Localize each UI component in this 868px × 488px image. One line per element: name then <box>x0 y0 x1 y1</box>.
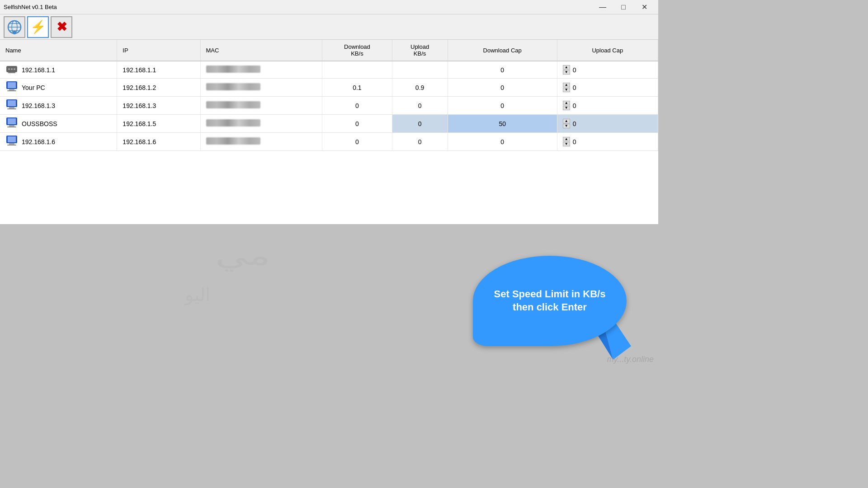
svg-rect-16 <box>8 100 16 106</box>
svg-rect-17 <box>9 107 14 108</box>
spin-up-button[interactable]: ▲ <box>563 137 570 141</box>
spin-buttons: ▲▼ <box>563 65 570 75</box>
device-name-cell: Your PC <box>0 79 117 97</box>
stop-button[interactable]: ✖ <box>51 16 72 38</box>
table-row[interactable]: 192.168.1.1192.168.1.10▲▼0 <box>0 61 658 79</box>
svg-point-5 <box>13 31 16 34</box>
spin-buttons: ▲▼ <box>563 101 570 110</box>
attack-button[interactable]: ⚡ <box>27 16 49 38</box>
svg-point-9 <box>14 68 15 70</box>
mac-blurred <box>206 83 260 90</box>
upload-cap-cell[interactable]: ▲▼0 <box>557 115 658 133</box>
download-kbs-cell: 0.1 <box>322 79 392 97</box>
upload-cap-cell[interactable]: ▲▼0 <box>557 61 658 79</box>
download-cap-cell[interactable]: 50 <box>448 115 557 133</box>
download-cap-cell[interactable]: 0 <box>448 79 557 97</box>
download-cap-cell[interactable]: 0 <box>448 61 557 79</box>
upload-cap-spinbox: ▲▼0 <box>563 83 652 92</box>
svg-rect-21 <box>9 125 14 127</box>
spin-buttons: ▲▼ <box>563 83 570 92</box>
col-upload-kbs: UploadKB/s <box>392 40 448 61</box>
device-table-container[interactable]: Name IP MAC DownloadKB/s UploadKB/s Down… <box>0 40 658 224</box>
upload-cap-value: 0 <box>573 102 586 109</box>
col-mac: MAC <box>200 40 322 61</box>
site-watermark-text: my...ty.online <box>607 355 654 364</box>
upload-cap-spinbox: ▲▼0 <box>563 137 652 146</box>
window-title: SelfishNet v0.1 Beta <box>4 4 57 10</box>
upload-cap-spinbox: ▲▼0 <box>563 119 652 128</box>
lightning-icon: ⚡ <box>30 19 46 34</box>
upload-kbs-cell: 0 <box>392 133 448 151</box>
download-kbs-cell: 0 <box>322 133 392 151</box>
device-name-text: Your PC <box>22 84 45 91</box>
mac-blurred <box>206 137 260 145</box>
mac-blurred <box>206 119 260 127</box>
device-mac-cell <box>200 61 322 79</box>
device-name-cell: 192.168.1.1 <box>0 61 117 79</box>
col-download-kbs: DownloadKB/s <box>322 40 392 61</box>
upload-kbs-cell: 0 <box>392 97 448 115</box>
svg-text:اليو: اليو <box>184 285 210 305</box>
svg-rect-12 <box>8 82 16 88</box>
download-cap-cell[interactable]: 0 <box>448 97 557 115</box>
spin-down-button[interactable]: ▼ <box>563 106 570 110</box>
svg-rect-13 <box>9 89 14 90</box>
maximize-button[interactable]: □ <box>613 1 634 14</box>
upload-cap-cell[interactable]: ▲▼0 <box>557 79 658 97</box>
upload-kbs-cell <box>392 61 448 79</box>
network-button[interactable] <box>4 16 25 38</box>
upload-cap-spinbox: ▲▼0 <box>563 101 652 110</box>
mac-blurred <box>206 101 260 108</box>
download-cap-cell[interactable]: 0 <box>448 133 557 151</box>
device-ip-cell: 192.168.1.6 <box>117 133 200 151</box>
upload-cap-value: 0 <box>573 84 586 91</box>
footer-area: مي اليو Set Speed Limit in KB/s then cli… <box>0 224 658 369</box>
table-row[interactable]: 192.168.1.6192.168.1.6000▲▼0 <box>0 133 658 151</box>
download-kbs-cell <box>322 61 392 79</box>
svg-rect-22 <box>7 127 16 127</box>
spin-up-button[interactable]: ▲ <box>563 65 570 70</box>
device-ip-cell: 192.168.1.5 <box>117 115 200 133</box>
table-row[interactable]: Your PC192.168.1.20.10.90▲▼0 <box>0 79 658 97</box>
svg-point-7 <box>8 68 10 70</box>
download-cap-value: 50 <box>499 120 506 127</box>
spin-down-button[interactable]: ▼ <box>563 124 570 128</box>
download-cap-value: 0 <box>500 84 504 91</box>
spin-down-button[interactable]: ▼ <box>563 70 570 75</box>
svg-rect-20 <box>8 118 16 124</box>
spin-buttons: ▲▼ <box>563 119 570 128</box>
close-button[interactable]: ✕ <box>634 1 655 14</box>
spin-up-button[interactable]: ▲ <box>563 119 570 123</box>
upload-cap-cell[interactable]: ▲▼0 <box>557 97 658 115</box>
device-name-text: OUSSBOSS <box>22 120 57 127</box>
minimize-button[interactable]: — <box>592 1 613 14</box>
device-ip-cell: 192.168.1.2 <box>117 79 200 97</box>
spin-down-button[interactable]: ▼ <box>563 88 570 92</box>
computer-icon <box>5 136 18 148</box>
col-name: Name <box>0 40 117 61</box>
table-row[interactable]: 192.168.1.3192.168.1.3000▲▼0 <box>0 97 658 115</box>
computer-icon <box>5 117 18 130</box>
device-name-text: 192.168.1.3 <box>22 102 55 109</box>
device-ip-cell: 192.168.1.3 <box>117 97 200 115</box>
spin-buttons: ▲▼ <box>563 137 570 146</box>
table-row[interactable]: OUSSBOSS192.168.1.50050▲▼0 <box>0 115 658 133</box>
svg-rect-18 <box>7 108 16 109</box>
col-ip: IP <box>117 40 200 61</box>
device-table: Name IP MAC DownloadKB/s UploadKB/s Down… <box>0 40 658 151</box>
svg-point-8 <box>11 68 13 70</box>
watermark-svg: مي اليو <box>107 229 288 364</box>
download-kbs-cell: 0 <box>322 97 392 115</box>
spin-up-button[interactable]: ▲ <box>563 83 570 87</box>
device-mac-cell <box>200 133 322 151</box>
download-cap-value: 0 <box>500 138 504 145</box>
spin-up-button[interactable]: ▲ <box>563 101 570 105</box>
upload-cap-cell[interactable]: ▲▼0 <box>557 133 658 151</box>
svg-rect-25 <box>9 143 14 145</box>
device-name-cell: OUSSBOSS <box>0 115 117 133</box>
device-ip-cell: 192.168.1.1 <box>117 61 200 79</box>
table-header-row: Name IP MAC DownloadKB/s UploadKB/s Down… <box>0 40 658 61</box>
svg-rect-14 <box>7 90 16 91</box>
spin-down-button[interactable]: ▼ <box>563 142 570 146</box>
device-mac-cell <box>200 79 322 97</box>
